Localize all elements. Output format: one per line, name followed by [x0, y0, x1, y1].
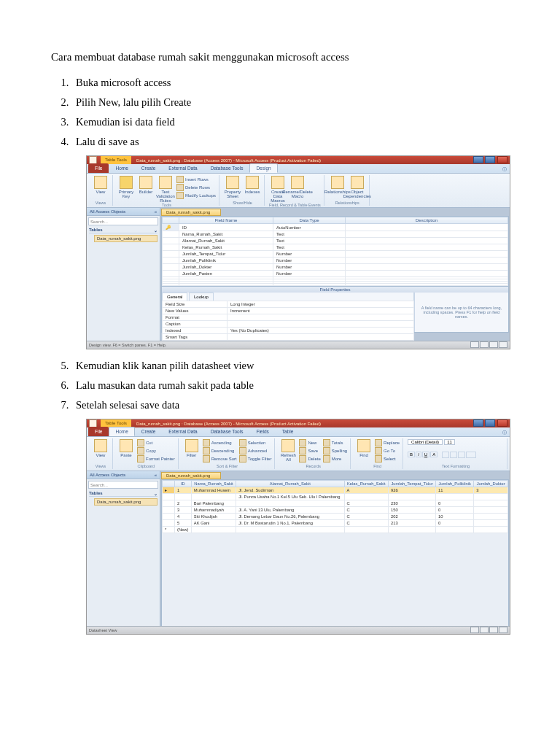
close-button[interactable]	[497, 156, 508, 163]
ascending-button[interactable]: Ascending	[203, 439, 237, 446]
chevron-down-icon[interactable]: «	[155, 209, 157, 214]
nav-category-tables[interactable]: Tables⌄	[89, 228, 158, 233]
paste-button[interactable]: Paste	[117, 439, 135, 457]
copy-button[interactable]: Copy	[137, 447, 175, 454]
minimize-button[interactable]	[473, 419, 483, 427]
delete-rows-button[interactable]: Delete Rows	[176, 184, 216, 191]
goto-button[interactable]: Go To	[375, 447, 400, 454]
table-row[interactable]: ▸1Muhammad HuseinJl. Jend. SudirmanA9261…	[163, 487, 508, 494]
minimize-button[interactable]	[473, 156, 483, 163]
test-validation-button[interactable]: Test Validation Rules	[157, 176, 174, 203]
prop-tab-general[interactable]: General	[162, 293, 187, 301]
replace-button[interactable]: Replace	[375, 439, 400, 446]
nav-header[interactable]: All Access Objects«	[87, 208, 160, 216]
nav-header[interactable]: All Access Objects«	[87, 471, 160, 479]
italic-button[interactable]: I	[416, 452, 421, 457]
table-row[interactable]: 2Bari PalembangC2300	[163, 500, 508, 507]
prop-tab-lookup[interactable]: Lookup	[189, 293, 214, 301]
table-row[interactable]: 3MuhammadiyahJl. A. Yani 13 Ulu, Palemba…	[163, 507, 508, 514]
tab-fields[interactable]: Fields	[249, 427, 275, 436]
toggle-filter-button[interactable]: Toggle Filter	[239, 455, 272, 462]
font-size-select[interactable]: 11	[444, 439, 455, 445]
nav-item-table[interactable]: Data_rumah_sakit.png	[94, 235, 158, 242]
spelling-button[interactable]: Spelling	[323, 447, 347, 454]
nav-search-input[interactable]: Search...	[88, 481, 158, 489]
help-icon[interactable]: ⓘ	[502, 430, 510, 436]
window-caption: Data_rumah_sakit.png : Database (Access …	[136, 158, 321, 163]
table-row[interactable]: Jl. Punca Usaha No.1 Kel.5 Ulu Seb. Ulu …	[163, 494, 508, 500]
select-button[interactable]: Select	[375, 455, 400, 462]
tab-file[interactable]: File	[88, 163, 109, 173]
more-button[interactable]: More	[323, 455, 347, 462]
insert-rows-button[interactable]: Insert Rows	[176, 176, 216, 183]
view-button[interactable]: View	[92, 176, 109, 194]
document-title: Cara membuat database rumah sakit menggu…	[51, 51, 509, 63]
tab-create[interactable]: Create	[135, 427, 163, 436]
step-item: Pilih New, lalu pilih Create	[71, 96, 509, 109]
window-controls[interactable]	[472, 419, 508, 427]
font-name-select[interactable]: Calibri (Detail)	[408, 439, 443, 445]
tab-external-data[interactable]: External Data	[162, 427, 203, 436]
filter-button[interactable]: Filter	[183, 439, 201, 457]
design-grid[interactable]: Field Name Data Type Description 🔑IDAuto…	[162, 217, 508, 286]
view-switch-buttons[interactable]	[470, 341, 508, 349]
table-row[interactable]: 4Siti KhodijahJl. Demang Lebar Daun No.2…	[163, 514, 508, 520]
indexes-button[interactable]: Indexes	[244, 176, 261, 194]
nav-item-table[interactable]: Data_rumah_sakit.png	[94, 498, 158, 506]
font-color-button[interactable]: A	[430, 452, 438, 457]
refresh-all-button[interactable]: Refresh All	[279, 439, 297, 462]
new-row[interactable]: *(New)	[163, 527, 508, 533]
table-row[interactable]: 5AK GaniJl. Dr. M Bastarudin 1 No.1, Pal…	[163, 520, 508, 527]
tab-home[interactable]: Home	[109, 427, 134, 436]
descending-button[interactable]: Descending	[203, 447, 237, 454]
totals-button[interactable]: Totals	[323, 439, 347, 446]
tab-design[interactable]: Design	[249, 163, 277, 173]
remove-sort-button[interactable]: Remove Sort	[203, 455, 237, 462]
tab-create[interactable]: Create	[135, 163, 163, 173]
underline-button[interactable]: U	[422, 452, 429, 457]
align-right-button[interactable]	[458, 452, 465, 458]
close-button[interactable]	[497, 419, 508, 427]
document-tab[interactable]: Data_rumah_sakit.png	[161, 209, 221, 216]
format-painter-button[interactable]: Format Painter	[137, 455, 175, 462]
property-sheet-button[interactable]: Property Sheet	[224, 176, 241, 198]
tab-external-data[interactable]: External Data	[162, 163, 203, 173]
modify-lookups-button[interactable]: Modify Lookups	[176, 192, 216, 199]
object-dependencies-button[interactable]: Object Dependencies	[349, 176, 366, 198]
field-properties-header: Field Properties	[162, 286, 508, 293]
maximize-button[interactable]	[485, 156, 495, 163]
delete-button[interactable]: Delete	[299, 455, 320, 462]
align-left-button[interactable]	[442, 452, 449, 458]
find-button[interactable]: Find	[355, 439, 373, 457]
tab-database-tools[interactable]: Database Tools	[204, 427, 250, 436]
gridlines-button[interactable]	[466, 452, 476, 458]
tab-home[interactable]: Home	[109, 163, 134, 173]
builder-button[interactable]: Builder	[137, 176, 155, 194]
step-item: Kemudian klik kanan pilih datasheet view	[71, 360, 509, 372]
window-controls[interactable]	[472, 156, 508, 164]
primary-key-button[interactable]: Primary Key	[117, 176, 135, 198]
nav-search-input[interactable]: Search...	[88, 217, 158, 225]
save-button[interactable]: Save	[299, 447, 320, 454]
document-tab[interactable]: Data_rumah_sakit.png	[161, 472, 221, 479]
datasheet-grid[interactable]: ID Nama_Rumah_Sakit Alamat_Rumah_Sakit K…	[162, 480, 508, 533]
ribbon-tabs: File Home Create External Data Database …	[87, 164, 510, 174]
maximize-button[interactable]	[485, 419, 495, 427]
view-button[interactable]: View	[92, 439, 109, 457]
tab-file[interactable]: File	[88, 427, 109, 436]
navigation-pane: All Access Objects« Search... Tables⌄ Da…	[87, 471, 160, 626]
nav-category-tables[interactable]: Tables⌄	[89, 491, 158, 497]
selection-button[interactable]: Selection	[239, 439, 272, 446]
view-switch-buttons[interactable]	[470, 627, 508, 634]
new-record-button[interactable]: New	[299, 439, 320, 446]
tab-database-tools[interactable]: Database Tools	[204, 163, 250, 173]
rename-delete-macro-button[interactable]: Rename/Delete Macro	[289, 176, 306, 198]
bold-button[interactable]: B	[408, 452, 415, 457]
step-item: Lalu di save as	[71, 136, 509, 148]
cut-button[interactable]: Cut	[137, 439, 175, 446]
tab-table[interactable]: Table	[276, 427, 300, 436]
advanced-button[interactable]: Advanced	[239, 447, 272, 454]
align-center-button[interactable]	[450, 452, 457, 458]
property-grid[interactable]: Field SizeLong Integer New ValuesIncreme…	[162, 301, 414, 341]
help-icon[interactable]: ⓘ	[502, 166, 510, 173]
